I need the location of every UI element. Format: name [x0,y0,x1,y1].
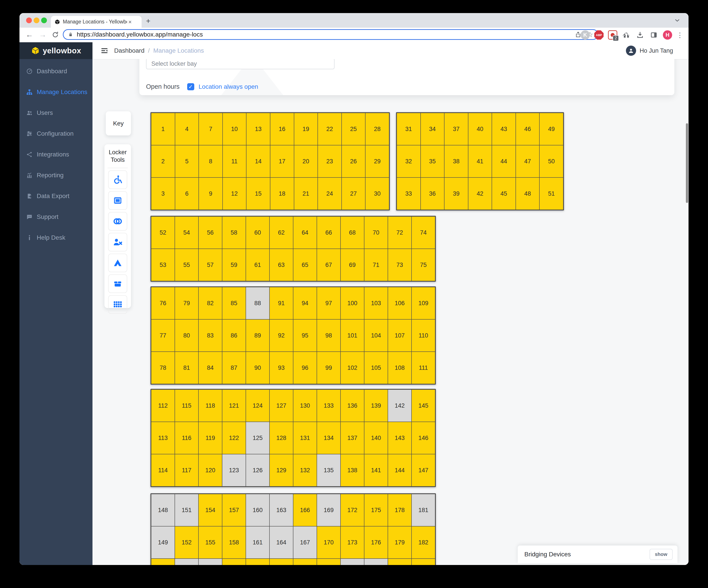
locker-cell-147[interactable]: 147 [412,454,435,487]
locker-cell-19[interactable]: 19 [294,113,318,145]
locker-cell-95[interactable]: 95 [293,319,317,352]
tab-search-chevron-icon[interactable] [674,17,681,24]
locker-cell-36[interactable]: 36 [421,177,444,210]
locker-cell-175[interactable]: 175 [364,494,388,526]
locker-cell-23[interactable]: 23 [318,145,342,177]
locker-cell-116[interactable]: 116 [175,422,199,454]
locker-cell-92[interactable]: 92 [269,319,293,352]
locker-cell-4[interactable]: 4 [175,113,199,145]
locker-cell-15[interactable]: 15 [246,177,270,210]
blocker-counter-icon[interactable]: 2 [608,30,617,39]
sidebar-item-export[interactable]: Data Export [20,186,92,206]
key-button[interactable]: Key [106,111,131,136]
locker-cell-128[interactable]: 128 [269,422,293,454]
locker-cell-129[interactable]: 129 [269,454,293,487]
locker-cell-54[interactable]: 54 [175,216,199,249]
locker-cell-152[interactable]: 152 [175,526,199,559]
locker-cell-65[interactable]: 65 [293,249,317,281]
locker-cell-53[interactable]: 53 [151,249,175,281]
locker-cell-137[interactable]: 137 [341,422,364,454]
locker-cell-90[interactable]: 90 [246,352,269,384]
locker-cell-86[interactable]: 86 [222,319,246,352]
locker-cell-117[interactable]: 117 [175,454,199,487]
locker-cell-121[interactable]: 121 [222,389,246,422]
locker-cell-46[interactable]: 46 [516,113,540,145]
locker-cell-39[interactable]: 39 [444,177,468,210]
locker-cell-110[interactable]: 110 [412,319,435,352]
locker-cell-77[interactable]: 77 [151,319,175,352]
locker-cell-139[interactable]: 139 [364,389,388,422]
user-menu[interactable]: Ho Jun Tang [626,42,673,59]
locker-cell-52[interactable]: 52 [151,216,175,249]
locker-cell[interactable] [199,559,222,565]
brand-header[interactable]: yellowbox [20,42,92,59]
locker-cell[interactable] [222,559,246,565]
locker-cell-8[interactable]: 8 [199,145,223,177]
locker-cell-182[interactable]: 182 [412,526,435,559]
locker-cell-62[interactable]: 62 [269,216,293,249]
locker-cell-181[interactable]: 181 [412,494,435,526]
locker-cell-22[interactable]: 22 [318,113,342,145]
tool-box-button[interactable] [108,274,127,293]
locker-cell-100[interactable]: 100 [341,287,364,319]
locker-cell-124[interactable]: 124 [246,389,269,422]
locker-cell-79[interactable]: 79 [175,287,199,319]
locker-cell-20[interactable]: 20 [294,145,318,177]
locker-cell-120[interactable]: 120 [199,454,222,487]
locker-cell-142[interactable]: 142 [388,389,412,422]
locker-cell-48[interactable]: 48 [516,177,540,210]
locker-cell-14[interactable]: 14 [246,145,270,177]
locker-cell-148[interactable]: 148 [151,494,175,526]
locker-cell-130[interactable]: 130 [293,389,317,422]
locker-cell-118[interactable]: 118 [199,389,222,422]
locker-cell-160[interactable]: 160 [246,494,269,526]
locker-cell-178[interactable]: 178 [388,494,412,526]
locker-cell-107[interactable]: 107 [388,319,412,352]
tool-receipt-button[interactable] [108,191,127,210]
locker-cell-7[interactable]: 7 [199,113,223,145]
locker-cell-151[interactable]: 151 [175,494,199,526]
locker-cell-167[interactable]: 167 [293,526,317,559]
locker-cell-131[interactable]: 131 [293,422,317,454]
locker-cell-93[interactable]: 93 [269,352,293,384]
window-zoom-button[interactable] [41,18,47,23]
locker-cell-33[interactable]: 33 [397,177,421,210]
locker-cell[interactable] [364,559,388,565]
locker-cell-11[interactable]: 11 [223,145,246,177]
locker-cell-115[interactable]: 115 [175,389,199,422]
locker-cell-49[interactable]: 49 [539,113,563,145]
locker-cell-179[interactable]: 179 [388,526,412,559]
url-bar[interactable]: https://dashboard.yellowbox.app/manage-l… [63,29,598,40]
locker-cell-44[interactable]: 44 [492,145,516,177]
extensions-puzzle-icon[interactable] [622,30,631,39]
locker-cell-82[interactable]: 82 [199,287,222,319]
sidebar-item-integrations[interactable]: Integrations [20,144,92,165]
locker-cell-61[interactable]: 61 [246,249,269,281]
locker-cell-98[interactable]: 98 [317,319,341,352]
locker-cell-101[interactable]: 101 [341,319,364,352]
locker-cell-40[interactable]: 40 [468,113,492,145]
locker-cell-158[interactable]: 158 [222,526,246,559]
locker-cell-97[interactable]: 97 [317,287,341,319]
locker-cell-47[interactable]: 47 [516,145,540,177]
locker-cell-138[interactable]: 138 [341,454,364,487]
locker-cell-109[interactable]: 109 [412,287,435,319]
back-button[interactable]: ← [26,30,33,39]
locker-cell-140[interactable]: 140 [364,422,388,454]
locker-cell-68[interactable]: 68 [341,216,364,249]
locker-cell-99[interactable]: 99 [317,352,341,384]
locker-cell[interactable] [175,559,199,565]
sidebar-item-reporting[interactable]: Reporting [20,165,92,186]
locker-cell-164[interactable]: 164 [269,526,293,559]
locker-cell-64[interactable]: 64 [293,216,317,249]
locker-cell[interactable] [412,559,435,565]
sidebar-item-users[interactable]: Users [20,102,92,123]
locker-cell-56[interactable]: 56 [199,216,222,249]
locker-cell-25[interactable]: 25 [342,113,365,145]
tool-user-remove-button[interactable] [108,233,127,252]
locker-cell-9[interactable]: 9 [199,177,223,210]
locker-cell-37[interactable]: 37 [444,113,468,145]
locker-cell-17[interactable]: 17 [270,145,294,177]
locker-cell-75[interactable]: 75 [412,249,435,281]
extension-k-icon[interactable]: K [581,30,590,39]
